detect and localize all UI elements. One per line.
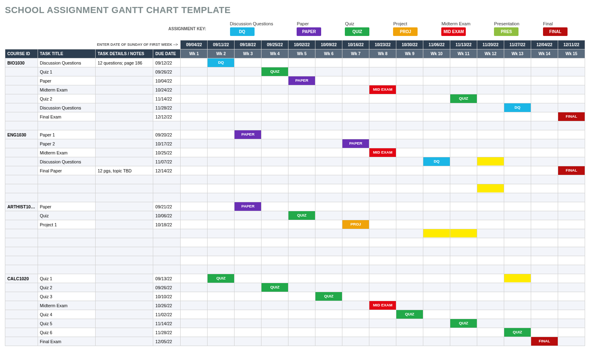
cell-due[interactable]: 09/21/22	[153, 202, 181, 211]
gantt-cell[interactable]	[208, 166, 235, 175]
cell-title[interactable]	[38, 184, 95, 193]
gantt-cell[interactable]	[369, 139, 396, 148]
gantt-cell[interactable]	[261, 256, 288, 265]
gantt-cell[interactable]	[423, 274, 450, 283]
gantt-cell[interactable]	[235, 292, 261, 301]
gantt-cell[interactable]	[423, 211, 450, 220]
cell-title[interactable]	[38, 175, 95, 184]
gantt-cell[interactable]	[450, 310, 477, 319]
gantt-cell[interactable]	[477, 328, 504, 337]
gantt-cell[interactable]	[504, 148, 531, 157]
gantt-cell[interactable]	[288, 283, 315, 292]
gantt-cell[interactable]	[396, 157, 423, 166]
gantt-cell[interactable]	[342, 328, 369, 337]
gantt-cell[interactable]: QUIZ	[504, 328, 531, 337]
gantt-cell[interactable]	[531, 184, 558, 193]
gantt-cell[interactable]	[531, 58, 558, 67]
gantt-cell[interactable]	[181, 301, 208, 310]
cell-course[interactable]	[5, 220, 38, 229]
cell-title[interactable]: Quiz 2	[38, 283, 95, 292]
cell-course[interactable]	[5, 139, 38, 148]
cell-title[interactable]: Paper 1	[38, 130, 95, 139]
gantt-cell[interactable]	[396, 292, 423, 301]
gantt-cell[interactable]	[504, 265, 531, 274]
gantt-cell[interactable]	[369, 319, 396, 328]
gantt-cell[interactable]	[342, 337, 369, 346]
week-date-header[interactable]: 12/04/22	[531, 40, 558, 49]
gantt-cell[interactable]	[396, 103, 423, 112]
cell-title[interactable]	[38, 193, 95, 202]
gantt-cell[interactable]	[261, 265, 288, 274]
week-date-header[interactable]: 12/11/22	[558, 40, 585, 49]
gantt-cell[interactable]	[181, 238, 208, 247]
gantt-cell[interactable]	[181, 94, 208, 103]
cell-due[interactable]: 10/26/22	[153, 301, 181, 310]
week-number-header[interactable]: Wk 8	[369, 49, 396, 58]
gantt-cell[interactable]	[423, 328, 450, 337]
gantt-cell[interactable]	[531, 292, 558, 301]
gantt-cell[interactable]	[450, 112, 477, 121]
gantt-cell[interactable]	[477, 229, 504, 238]
week-number-header[interactable]: Wk 6	[315, 49, 342, 58]
gantt-cell[interactable]	[369, 103, 396, 112]
gantt-cell[interactable]	[450, 103, 477, 112]
cell-due[interactable]: 11/28/22	[153, 103, 181, 112]
cell-due[interactable]	[153, 193, 181, 202]
gantt-cell[interactable]	[288, 337, 315, 346]
week-date-header[interactable]: 09/18/22	[235, 40, 261, 49]
gantt-cell[interactable]	[181, 193, 208, 202]
gantt-cell[interactable]	[181, 58, 208, 67]
week-number-header[interactable]: Wk 1	[181, 49, 208, 58]
cell-details[interactable]	[95, 67, 153, 76]
gantt-cell[interactable]	[558, 292, 585, 301]
gantt-cell[interactable]	[181, 166, 208, 175]
gantt-cell[interactable]	[315, 310, 342, 319]
cell-title[interactable]	[38, 229, 95, 238]
gantt-cell[interactable]	[235, 139, 261, 148]
gantt-cell[interactable]	[261, 139, 288, 148]
gantt-cell[interactable]	[288, 301, 315, 310]
cell-due[interactable]: 11/07/22	[153, 157, 181, 166]
gantt-cell[interactable]	[531, 220, 558, 229]
cell-details[interactable]	[95, 85, 153, 94]
gantt-cell[interactable]	[208, 265, 235, 274]
week-number-header[interactable]: Wk 12	[477, 49, 504, 58]
cell-course[interactable]	[5, 265, 38, 274]
gantt-cell[interactable]	[423, 85, 450, 94]
gantt-cell[interactable]	[531, 166, 558, 175]
cell-details[interactable]	[95, 283, 153, 292]
gantt-cell[interactable]	[342, 211, 369, 220]
gantt-cell[interactable]	[477, 130, 504, 139]
gantt-cell[interactable]	[423, 301, 450, 310]
gantt-cell[interactable]	[531, 175, 558, 184]
gantt-cell[interactable]	[396, 283, 423, 292]
gantt-cell[interactable]	[531, 76, 558, 85]
gantt-cell[interactable]	[369, 193, 396, 202]
gantt-cell[interactable]	[531, 157, 558, 166]
gantt-cell[interactable]	[477, 247, 504, 256]
cell-due[interactable]: 12/14/22	[153, 166, 181, 175]
gantt-cell[interactable]	[208, 139, 235, 148]
gantt-cell[interactable]	[369, 166, 396, 175]
gantt-cell[interactable]	[181, 256, 208, 265]
cell-title[interactable]: Quiz 3	[38, 292, 95, 301]
gantt-cell[interactable]	[531, 265, 558, 274]
gantt-cell[interactable]	[261, 175, 288, 184]
gantt-cell[interactable]	[558, 310, 585, 319]
gantt-cell[interactable]	[531, 139, 558, 148]
gantt-cell[interactable]	[504, 220, 531, 229]
cell-title[interactable]: Quiz 2	[38, 94, 95, 103]
cell-details[interactable]	[95, 148, 153, 157]
gantt-cell[interactable]	[208, 94, 235, 103]
gantt-cell[interactable]	[288, 148, 315, 157]
gantt-cell[interactable]	[315, 274, 342, 283]
cell-details[interactable]	[95, 247, 153, 256]
gantt-cell[interactable]	[261, 310, 288, 319]
gantt-cell[interactable]	[450, 148, 477, 157]
gantt-cell[interactable]	[342, 130, 369, 139]
week-date-header[interactable]: 09/25/22	[261, 40, 288, 49]
cell-course[interactable]	[5, 112, 38, 121]
cell-course[interactable]	[5, 193, 38, 202]
gantt-cell[interactable]	[261, 292, 288, 301]
gantt-cell[interactable]	[396, 121, 423, 130]
